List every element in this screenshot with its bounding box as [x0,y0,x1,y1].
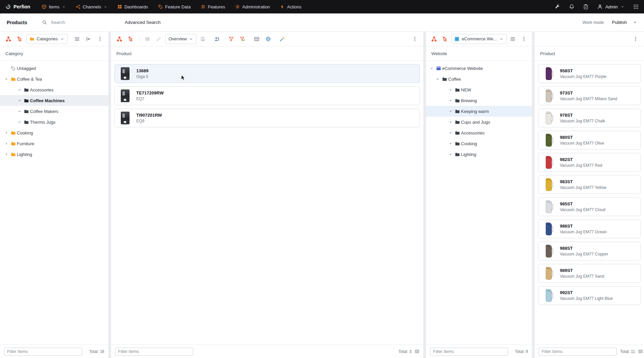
chevron-down-icon [633,20,637,25]
filter-items-input[interactable] [115,348,193,356]
search-input[interactable] [50,19,94,25]
product-card-958st[interactable]: 958ST Vacuum Jug EM77 Purple [538,64,641,83]
product-card-986st[interactable]: 986ST Vacuum Jug EM77 Ocean [538,220,641,238]
grid-count-icon[interactable] [415,349,419,354]
product-card-978st[interactable]: 978ST Vacuum Jug EM77 Chalk [538,109,641,127]
tree-item-coffee[interactable]: Coffee [426,74,532,84]
tree-item-cups-and-jugs[interactable]: Cups and Jugs [426,117,532,127]
brand[interactable]: Perfion [5,4,30,9]
filter-items-input[interactable] [4,348,82,356]
tree-item-brewing[interactable]: Brewing [426,95,532,106]
advanced-search-link[interactable]: Advanced Search [125,20,161,25]
more-options-icon[interactable] [519,34,529,44]
hierarchy-view-icon[interactable] [3,34,13,44]
product-card-992st[interactable]: 992ST Vacuum Jug EM77 Light Blue [538,286,641,305]
tools-icon[interactable] [555,4,560,9]
more-options-icon[interactable] [631,34,641,44]
more-options-icon[interactable] [95,34,105,44]
nav-menu-item-administration[interactable]: Administration [235,4,270,9]
tree-item-coffee-machines[interactable]: Coffee Machines [0,95,108,106]
rows-view-icon[interactable] [142,34,152,44]
tree-item-ecommerce-website[interactable]: eCommerce Website [426,63,532,74]
collapse-all-icon[interactable] [83,34,94,44]
nav-menu-item-items[interactable]: Items [42,4,66,9]
tree-list-view-icon[interactable] [126,34,136,44]
product-list: 13689 Giga 5 TE717209RW EQ7 TI907201RW E… [111,61,423,345]
app-launcher-grid-icon[interactable] [633,4,639,9]
person-icon [597,4,603,9]
filter-active-icon[interactable] [238,34,248,44]
publish-button[interactable]: Publish [612,20,637,25]
filter-items-input[interactable] [430,348,508,356]
notifications-bell-icon[interactable] [569,4,574,9]
more-options-icon[interactable] [410,34,420,44]
product-card-980st[interactable]: 980ST Vacuum Jug EM77 Olive [538,131,641,150]
tree-item-new[interactable]: NEW [426,84,532,95]
users-icon[interactable] [212,34,222,44]
view-selector[interactable]: Overview [165,34,196,44]
globe-icon[interactable] [263,34,273,44]
product-card-982st[interactable]: 982ST Vacuum Jug EM77 Red [538,153,641,172]
publish-label: Publish [612,20,627,25]
website-panel-header: Website [426,46,532,61]
tasks-clipboard-icon[interactable] [583,4,588,9]
hierarchy-view-icon[interactable] [429,34,439,44]
tree-list-view-icon[interactable] [440,34,450,44]
chevron-icon [16,88,23,92]
nav-menu-item-feature-data[interactable]: Feature Data [158,4,191,9]
tree-item-coffee-makers[interactable]: Coffee Makers [0,106,108,117]
chevron-right-icon [3,142,9,146]
product-card-text: TE717209RW EQ7 [136,90,164,101]
product-card-973st[interactable]: 973ST Vacuum Jug EM77 Milano Sand [538,86,641,105]
tree-item-accessories[interactable]: Accessories [0,84,108,95]
global-search[interactable] [42,19,103,25]
panel-title: Category [5,51,23,56]
edit-icon[interactable] [154,34,164,44]
menu-icon[interactable] [72,34,82,44]
tree-item-furniture[interactable]: Furniture [0,138,108,149]
tree-item-cooking[interactable]: Cooking [0,127,108,138]
navbar-right: Admin [555,4,639,9]
category-selector[interactable]: Categories [26,34,68,44]
tree-item-lighting[interactable]: Lighting [0,149,108,160]
product-card-13689[interactable]: 13689 Giga 5 [114,64,420,83]
nav-menu-item-actions[interactable]: Actions [280,4,301,9]
product-card-ti907201rw[interactable]: TI907201RW EQ9 [114,109,420,127]
tree-item-lighting[interactable]: Lighting [426,149,532,160]
table-view-icon[interactable] [252,34,262,44]
chevron-down-icon [62,5,66,9]
category-panel: Categories Category Untagged Coffee & Te… [0,32,108,358]
filter-items-input[interactable] [539,348,617,356]
channel-selector[interactable]: eCommerce We... [451,34,507,44]
menu-icon[interactable] [508,34,518,44]
hierarchy-view-icon[interactable] [114,34,124,44]
tree-item-coffee-tea[interactable]: Coffee & Tea [0,74,108,84]
product-card-988st[interactable]: 988ST Vacuum Jug EM77 Copper [538,242,641,261]
magic-wand-icon[interactable] [277,34,287,44]
nav-menu-item-features[interactable]: Features [201,4,225,9]
user-menu[interactable]: Admin [597,4,624,9]
nav-menu-item-channels[interactable]: Channels [76,4,107,9]
tree-item-icon [23,87,30,92]
nav-menu-item-dashboards[interactable]: Dashboards [117,4,148,9]
tree-item-untagged[interactable]: Untagged [0,63,108,74]
save-icon[interactable] [198,34,208,44]
tree-list-view-icon[interactable] [15,34,25,44]
tree-item-label: Brewing [461,98,477,103]
product-card-text: 980ST Vacuum Jug EM77 Olive [560,135,604,146]
grid-count-icon[interactable] [638,349,643,354]
product-thumbnail [542,222,556,236]
work-mode-label[interactable]: Work mode [582,20,604,25]
product-card-989st[interactable]: 989ST Vacuum Jug EM77 Sand [538,264,641,283]
bolt-icon [280,4,285,9]
total-count: Total: 9 [515,349,528,354]
product-card-985st[interactable]: 985ST Vacuum Jug EM77 Cloud [538,197,641,216]
tree-item-thermo-jugs[interactable]: Thermo Jugs [0,117,108,127]
product-card-983st[interactable]: 983ST Vacuum Jug EM77 Yellow [538,175,641,194]
tree-item-accessories[interactable]: Accessories [426,127,532,138]
product-card-te717209rw[interactable]: TE717209RW EQ7 [114,86,420,105]
tree-item-icon [454,120,461,125]
tree-item-cooking[interactable]: Cooking [426,138,532,149]
filter-icon[interactable] [226,34,236,44]
tree-item-keeping-warm[interactable]: Keeping warm [426,106,532,117]
